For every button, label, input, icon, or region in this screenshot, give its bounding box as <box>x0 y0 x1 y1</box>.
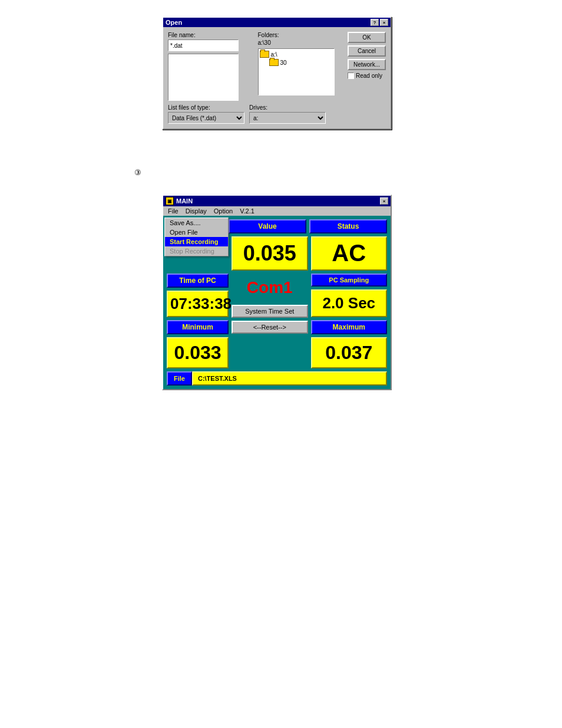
file-bar: File C:\TEST.XLS <box>167 371 387 386</box>
status-header: Status <box>309 219 387 233</box>
drives-select[interactable]: a: <box>249 112 326 124</box>
middle-row: Time of PC 07:33:38 Minimum 0.033 Com1 S… <box>167 274 387 368</box>
titlebar-left: ▣ MAIN <box>166 197 193 205</box>
drives-label: Drives: <box>249 104 326 111</box>
com-label: Com1 <box>232 274 308 302</box>
file-name-label: File name: <box>168 32 253 38</box>
folder-label: 30 <box>280 60 287 66</box>
right-panel: PC Sampling 2.0 Sec Maximum 0.037 <box>311 274 388 368</box>
main-value: 0.035 <box>232 236 308 271</box>
file-menu[interactable]: File <box>164 207 182 215</box>
open-dialog: Open ? × File name: Folders: a:\30 <box>162 17 392 130</box>
option-menu[interactable]: Option <box>210 207 236 215</box>
status-value: AC <box>311 236 388 271</box>
value-header: Value <box>229 219 306 233</box>
app-icon: ▣ <box>166 197 174 205</box>
main-menubar: File Save As.... Open File Start Recordi… <box>163 206 391 216</box>
min-value: 0.033 <box>167 337 229 368</box>
left-controls: Time of PC 07:33:38 Minimum 0.033 <box>167 274 229 368</box>
main-window: ▣ MAIN × File Save As.... Open File Star… <box>162 195 392 390</box>
ok-button[interactable]: OK <box>348 32 386 43</box>
top-row: File name: Folders: a:\30 a:\ <box>168 32 386 101</box>
maximum-label: Maximum <box>311 320 388 334</box>
center-panel: Com1 System Time Set <--Reset--> <box>232 274 308 368</box>
cancel-button[interactable]: Cancel <box>348 45 386 57</box>
open-dialog-titlebar: Open ? × <box>163 18 391 27</box>
folders-label: Folders: <box>258 32 343 38</box>
folders-path: a:\30 <box>258 39 343 46</box>
time-value: 07:33:38 <box>167 291 229 317</box>
max-value: 0.037 <box>311 337 388 368</box>
file-dropdown: Save As.... Open File Start Recording St… <box>164 218 229 256</box>
read-only-label: Read only <box>356 73 382 79</box>
file-list[interactable] <box>168 54 239 101</box>
center-buttons: System Time Set <--Reset--> <box>232 305 308 334</box>
help-button[interactable]: ? <box>371 19 379 26</box>
folders-list[interactable]: a:\ 30 <box>258 48 335 95</box>
list-files-select[interactable]: Data Files (*.dat) <box>168 112 244 124</box>
main-title: MAIN <box>176 197 193 205</box>
folders-field: Folders: a:\30 <box>258 32 343 46</box>
file-name-input[interactable] <box>168 39 239 51</box>
folder-icon <box>260 51 269 58</box>
folder-icon <box>269 59 279 66</box>
folder-item[interactable]: a:\ <box>260 50 333 58</box>
open-dialog-title: Open <box>166 19 182 26</box>
dialog-body: File name: Folders: a:\30 a:\ <box>163 27 391 129</box>
save-as-item[interactable]: Save As.... <box>165 218 228 228</box>
network-button[interactable]: Network... <box>348 59 386 70</box>
header-row: Value Status <box>229 219 387 233</box>
main-close-button[interactable]: × <box>380 197 388 205</box>
titlebar-buttons: ? × <box>371 19 388 26</box>
folder-item[interactable]: 30 <box>260 58 333 67</box>
bottom-row: List files of type: Data Files (*.dat) D… <box>168 104 386 124</box>
reset-btn[interactable]: <--Reset--> <box>232 321 308 334</box>
file-path: C:\TEST.XLS <box>192 371 387 386</box>
dialog-buttons: OK Cancel Network... Read only <box>348 32 386 79</box>
start-recording-item[interactable]: Start Recording <box>165 237 228 246</box>
stop-recording-item[interactable]: Stop Recording <box>165 246 228 256</box>
time-of-pc-label: Time of PC <box>167 274 229 288</box>
menubar-container: File Save As.... Open File Start Recordi… <box>163 206 391 216</box>
file-label[interactable]: File <box>167 371 192 386</box>
system-time-set-btn[interactable]: System Time Set <box>232 305 308 318</box>
sampling-value: 2.0 Sec <box>311 289 388 317</box>
list-files-label: List files of type: <box>168 104 244 111</box>
open-file-item[interactable]: Open File <box>165 228 228 237</box>
close-button[interactable]: × <box>380 19 388 26</box>
minimum-label: Minimum <box>167 320 229 334</box>
file-menu-container: File Save As.... Open File Start Recordi… <box>164 207 182 215</box>
folder-label: a:\ <box>271 51 277 58</box>
read-only-checkbox[interactable] <box>348 73 354 79</box>
pc-sampling-btn[interactable]: PC Sampling <box>311 274 388 286</box>
version-label: V.2.1 <box>236 207 258 215</box>
step-number: ③ <box>134 168 141 177</box>
main-titlebar: ▣ MAIN × <box>163 196 391 206</box>
display-menu[interactable]: Display <box>182 207 210 215</box>
file-name-field: File name: <box>168 32 253 51</box>
read-only-row: Read only <box>348 73 386 79</box>
